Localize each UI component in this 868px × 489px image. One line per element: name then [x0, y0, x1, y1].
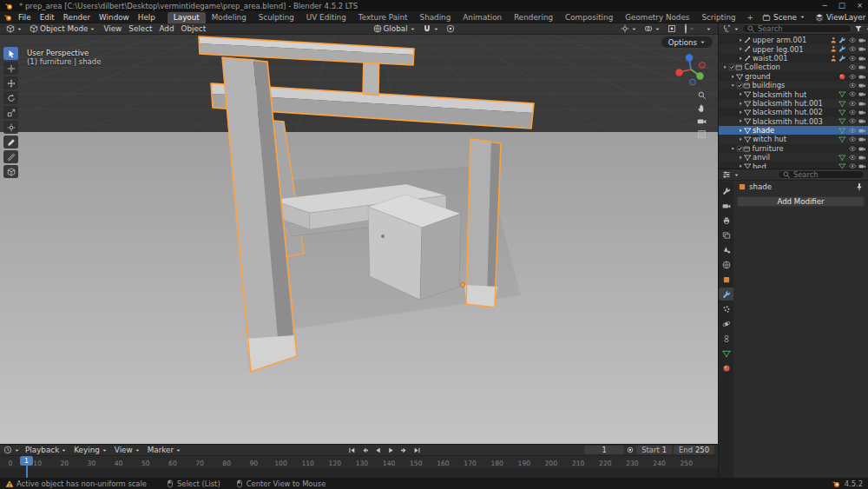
add-workspace-button[interactable]: + — [743, 13, 759, 22]
outliner-row-upper-arm-001[interactable]: upper arm.001 — [719, 36, 868, 44]
jump-to-end-button[interactable] — [411, 446, 424, 455]
outliner-row-bed[interactable]: bed — [719, 162, 868, 169]
disable-in-renders-icon[interactable] — [858, 45, 866, 53]
tool-transform[interactable] — [3, 121, 18, 134]
camera-view-icon[interactable] — [697, 116, 707, 126]
tool-rotate[interactable] — [3, 91, 18, 104]
disable-in-renders-icon[interactable] — [858, 73, 866, 81]
disable-in-renders-icon[interactable] — [858, 55, 866, 63]
menu-window[interactable]: Window — [95, 12, 134, 23]
timeline-menu-view[interactable]: View — [111, 446, 144, 454]
outliner-row-blacksmith-hut-001[interactable]: blacksmith hut.001 — [719, 99, 868, 108]
disable-in-renders-icon[interactable] — [858, 145, 866, 153]
play-reverse-button[interactable] — [372, 446, 385, 455]
auto-keying-icon[interactable] — [626, 446, 635, 454]
outliner-row-buildings[interactable]: buildings — [719, 81, 868, 89]
collection-checkbox[interactable] — [736, 145, 744, 153]
transform-orientation-selector[interactable]: Global — [371, 24, 418, 33]
filter-funnel-icon[interactable] — [854, 24, 863, 33]
hide-in-viewport-icon[interactable] — [849, 82, 857, 89]
tool-cursor[interactable] — [3, 62, 18, 75]
hide-in-viewport-icon[interactable] — [849, 154, 857, 162]
hide-in-viewport-icon[interactable] — [849, 90, 857, 98]
hide-in-viewport-icon[interactable] — [849, 109, 857, 116]
hide-in-viewport-icon[interactable] — [849, 55, 857, 63]
disable-in-renders-icon[interactable] — [858, 109, 866, 116]
hide-in-viewport-icon[interactable] — [849, 100, 857, 108]
shading-wireframe[interactable] — [683, 23, 688, 34]
play-button[interactable] — [385, 446, 398, 455]
timeline-ruler[interactable]: 0102030405060708090100110120130140150160… — [0, 456, 718, 468]
properties-tab-object[interactable] — [719, 273, 733, 286]
pin-icon[interactable] — [855, 182, 864, 191]
collection-checkbox[interactable] — [736, 82, 744, 89]
overlays-toggle[interactable] — [641, 24, 663, 33]
workspace-tab-scripting[interactable]: Scripting — [695, 12, 741, 23]
shading-solid[interactable] — [690, 28, 694, 30]
properties-tab-constraints[interactable] — [719, 332, 733, 345]
tool-measure[interactable] — [3, 150, 18, 163]
3d-viewport[interactable]: User Perspective (1) furniture | shade O… — [0, 35, 718, 444]
outliner-row-blacksmith-hut-002[interactable]: blacksmith hut.002 — [719, 108, 868, 116]
timeline-menu-marker[interactable]: Marker — [144, 446, 185, 454]
workspace-tab-animation[interactable]: Animation — [457, 12, 508, 23]
blender-menu-icon[interactable] — [4, 13, 13, 22]
disable-in-renders-icon[interactable] — [858, 127, 866, 135]
viewport-menu-view[interactable]: View — [100, 24, 125, 33]
jump-to-start-button[interactable] — [346, 446, 358, 455]
outliner-row-shade[interactable]: shade — [719, 126, 868, 135]
previous-keyframe-button[interactable] — [359, 446, 372, 455]
hide-in-viewport-icon[interactable] — [849, 63, 857, 71]
viewport-menu-select[interactable]: Select — [125, 24, 155, 33]
gizmo-y-axis[interactable] — [696, 72, 703, 79]
disable-in-renders-icon[interactable] — [858, 100, 866, 108]
editor-type-selector[interactable] — [3, 24, 25, 33]
menu-help[interactable]: Help — [134, 12, 160, 23]
gizmo-neg-z-axis[interactable] — [690, 79, 696, 85]
disable-in-renders-icon[interactable] — [858, 154, 866, 162]
properties-tab-render[interactable] — [719, 199, 733, 212]
options-dropdown[interactable]: Options — [661, 36, 713, 48]
gizmos-toggle[interactable] — [618, 24, 640, 33]
outliner-row-waist-001[interactable]: waist.001 — [719, 54, 868, 63]
menu-render[interactable]: Render — [59, 12, 95, 23]
properties-editor-icon[interactable] — [722, 170, 731, 179]
properties-tab-modifiers[interactable] — [719, 287, 733, 301]
hide-in-viewport-icon[interactable] — [849, 145, 857, 153]
proportional-edit-toggle[interactable] — [444, 24, 457, 33]
hide-in-viewport-icon[interactable] — [849, 135, 857, 143]
outliner-row-blacksmith-hut[interactable]: blacksmith hut — [719, 89, 868, 98]
frame-start-field[interactable]: Start 1 — [636, 446, 672, 454]
workspace-tab-shading[interactable]: Shading — [414, 12, 457, 23]
outliner-row-furniture[interactable]: furniture — [719, 144, 868, 153]
tool-add-cube[interactable] — [3, 165, 18, 178]
zoom-icon[interactable] — [697, 90, 707, 100]
mode-selector[interactable]: Object Mode — [27, 24, 98, 33]
maximize-button[interactable]: □ — [838, 0, 845, 11]
properties-tab-material[interactable] — [719, 361, 733, 374]
timeline-menu-playback[interactable]: Playback — [22, 446, 70, 454]
hide-in-viewport-icon[interactable] — [849, 117, 857, 125]
tool-annotate[interactable] — [3, 135, 18, 149]
workspace-tab-sculpting[interactable]: Sculpting — [253, 12, 300, 23]
properties-tab-tool[interactable] — [719, 184, 733, 197]
properties-tab-scene[interactable] — [719, 243, 733, 256]
workspace-tab-geometry-nodes[interactable]: Geometry Nodes — [619, 12, 695, 23]
viewport-scene[interactable] — [0, 35, 718, 444]
frame-end-field[interactable]: End 250 — [674, 446, 714, 454]
hide-in-viewport-icon[interactable] — [849, 162, 857, 169]
hide-in-viewport-icon[interactable] — [849, 127, 857, 135]
outliner-row-collection[interactable]: Collection — [719, 63, 868, 71]
playhead-frame-badge[interactable]: 1 — [20, 456, 33, 466]
properties-tab-output[interactable] — [719, 214, 733, 227]
shading-rendered[interactable] — [700, 28, 704, 30]
ortho-grid-icon[interactable] — [697, 129, 707, 139]
workspace-tab-texture-paint[interactable]: Texture Paint — [352, 12, 414, 23]
properties-tab-world[interactable] — [719, 258, 733, 271]
navigation-gizmo[interactable] — [674, 54, 707, 87]
outliner-row-blacksmith-hut-003[interactable]: blacksmith hut.003 — [719, 117, 868, 126]
gizmo-z-axis[interactable] — [686, 54, 693, 61]
current-frame-field[interactable]: 1 — [584, 446, 624, 454]
outliner-row-upper-leg-001[interactable]: upper leg.001 — [719, 44, 868, 53]
timeline-editor-icon[interactable] — [3, 446, 12, 454]
